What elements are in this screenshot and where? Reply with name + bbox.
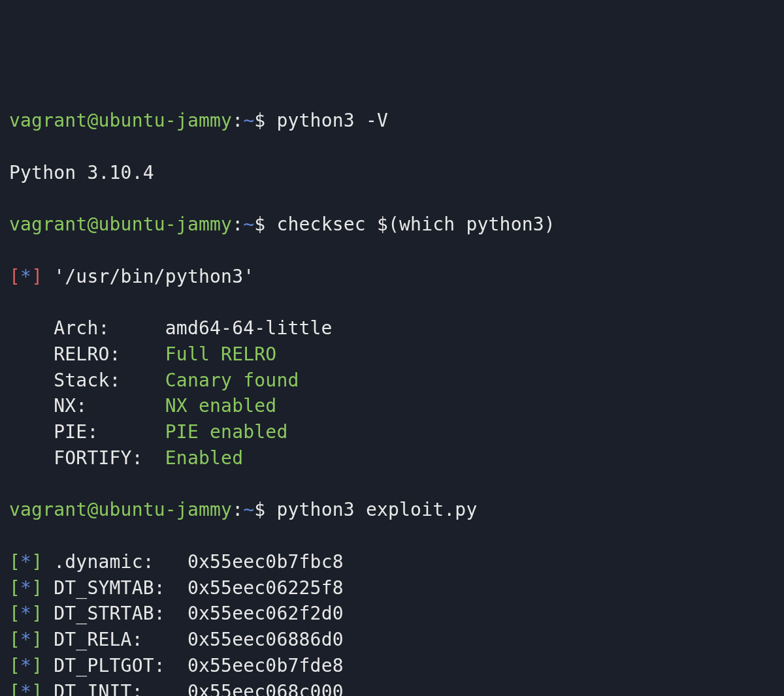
exploit-text: .dynamic: 0x55eec0b7fbc8	[54, 551, 344, 573]
bracket-open: [	[9, 681, 20, 697]
checksec-rows: Arch: amd64-64-little RELRO: Full RELRO …	[9, 315, 775, 471]
exploit-line: [*] DT_RELA: 0x55eec06886d0	[9, 627, 775, 653]
star-icon: *	[20, 551, 31, 573]
prompt-user: vagrant	[9, 110, 87, 131]
exploit-text: DT_STRTAB: 0x55eec062f2d0	[54, 603, 344, 624]
exploit-text: DT_RELA: 0x55eec06886d0	[54, 629, 344, 650]
cmd-exploit: python3 exploit.py	[276, 499, 477, 520]
star-icon: *	[20, 681, 31, 697]
exploit-text: DT_SYMTAB: 0x55eec06225f8	[54, 577, 344, 599]
bracket-open: [	[9, 629, 20, 650]
bracket-open: [	[9, 266, 20, 287]
checksec-label: FORTIFY:	[9, 447, 165, 469]
bracket-close: ]	[31, 603, 42, 624]
cmd-python-version: python3 -V	[276, 110, 388, 131]
checksec-label: Arch:	[9, 317, 165, 339]
exploit-output: [*] .dynamic: 0x55eec0b7fbc8[*] DT_SYMTA…	[9, 549, 775, 696]
prompt-colon: :	[232, 110, 243, 131]
star-icon: *	[20, 655, 31, 676]
prompt-user: vagrant	[9, 214, 87, 235]
checksec-label: PIE:	[9, 421, 165, 443]
prompt-user: vagrant	[9, 499, 87, 520]
exploit-line: [*] DT_INIT: 0x55eec068c000	[9, 679, 775, 697]
prompt-at: @	[87, 110, 98, 131]
prompt-host: ubuntu-jammy	[98, 214, 232, 235]
prompt-line-2[interactable]: vagrant@ubuntu-jammy:~$ checksec $(which…	[9, 212, 775, 238]
checksec-row: PIE: PIE enabled	[9, 419, 775, 445]
prompt-at: @	[87, 214, 98, 235]
bracket-close: ]	[31, 551, 42, 573]
bracket-close: ]	[31, 577, 42, 599]
prompt-colon: :	[232, 214, 243, 235]
star-icon: *	[20, 577, 31, 599]
exploit-text: DT_PLTGOT: 0x55eec0b7fde8	[54, 655, 344, 676]
bracket-open: [	[9, 577, 20, 599]
exploit-line: [*] DT_STRTAB: 0x55eec062f2d0	[9, 601, 775, 627]
checksec-value: Enabled	[165, 447, 243, 469]
bracket-close: ]	[31, 681, 42, 697]
star-icon: *	[20, 603, 31, 624]
prompt-host: ubuntu-jammy	[98, 110, 232, 131]
checksec-row: Arch: amd64-64-little	[9, 315, 775, 341]
checksec-label: Stack:	[9, 370, 165, 391]
checksec-row: Stack: Canary found	[9, 368, 775, 394]
exploit-line: [*] .dynamic: 0x55eec0b7fbc8	[9, 549, 775, 575]
checksec-header: [*] '/usr/bin/python3'	[9, 264, 775, 290]
checksec-row: FORTIFY: Enabled	[9, 445, 775, 471]
prompt-cwd: ~	[243, 110, 254, 131]
exploit-line: [*] DT_PLTGOT: 0x55eec0b7fde8	[9, 653, 775, 679]
bracket-close: ]	[31, 655, 42, 676]
checksec-row: RELRO: Full RELRO	[9, 341, 775, 368]
bracket-open: [	[9, 603, 20, 624]
prompt-dollar: $	[254, 499, 276, 520]
checksec-label: NX:	[9, 395, 165, 417]
checksec-row: NX: NX enabled	[9, 393, 775, 419]
bracket-open: [	[9, 551, 20, 573]
bracket-open: [	[9, 655, 20, 676]
python-version-output: Python 3.10.4	[9, 160, 775, 186]
prompt-dollar: $	[254, 214, 276, 235]
prompt-at: @	[87, 499, 98, 520]
star-icon: *	[20, 629, 31, 650]
bracket-close: ]	[31, 629, 42, 650]
checksec-value: NX enabled	[165, 395, 277, 417]
checksec-path: '/usr/bin/python3'	[42, 266, 254, 287]
checksec-label: RELRO:	[9, 343, 165, 365]
prompt-host: ubuntu-jammy	[98, 499, 232, 520]
star-icon: *	[20, 266, 31, 287]
checksec-value: amd64-64-little	[165, 317, 333, 339]
prompt-dollar: $	[254, 110, 276, 131]
exploit-text: DT_INIT: 0x55eec068c000	[54, 681, 344, 697]
cmd-checksec: checksec $(which python3)	[276, 214, 555, 235]
checksec-value: Full RELRO	[165, 343, 277, 365]
prompt-colon: :	[232, 499, 243, 520]
prompt-line-1[interactable]: vagrant@ubuntu-jammy:~$ python3 -V	[9, 108, 775, 134]
prompt-line-3[interactable]: vagrant@ubuntu-jammy:~$ python3 exploit.…	[9, 497, 775, 523]
checksec-value: Canary found	[165, 370, 299, 391]
prompt-cwd: ~	[243, 214, 254, 235]
bracket-close: ]	[31, 266, 42, 287]
checksec-value: PIE enabled	[165, 421, 288, 443]
exploit-line: [*] DT_SYMTAB: 0x55eec06225f8	[9, 575, 775, 601]
prompt-cwd: ~	[243, 499, 254, 520]
